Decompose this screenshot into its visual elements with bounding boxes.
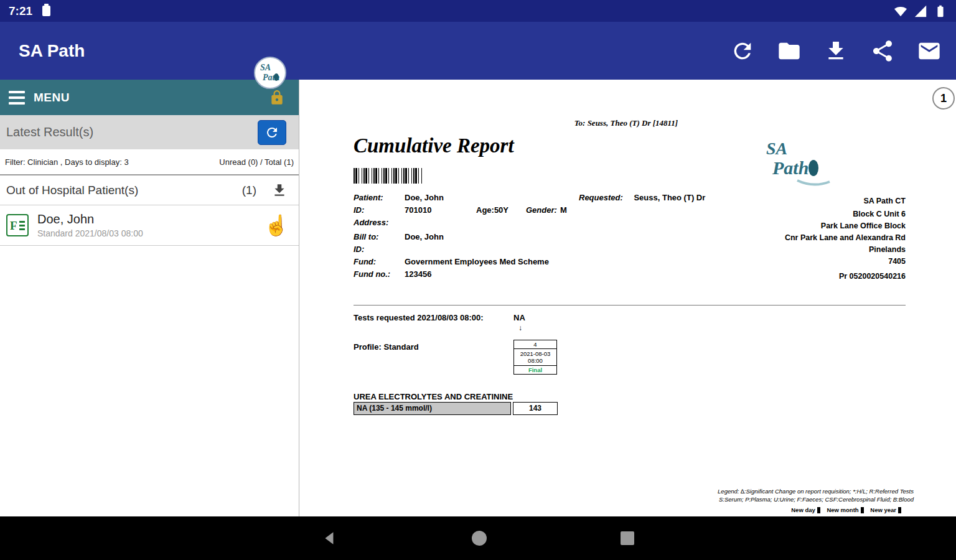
svg-text:SA: SA <box>766 139 787 158</box>
sample-date: 2021-08-03 <box>514 350 556 357</box>
cell-signal-icon <box>914 4 927 18</box>
lab-address-line: Cnr Park Lane and Alexandra Rd <box>729 232 906 244</box>
patient-name-value: Doe, John <box>405 193 444 202</box>
profile-label: Profile: Standard <box>354 342 419 352</box>
patient-label: Patient: <box>354 193 405 202</box>
tests-requested-line: Tests requested 2021/08/03 08:00: NA <box>354 313 615 322</box>
lab-pr-number: Pr 0520020540216 <box>729 271 906 282</box>
bill-to-label: Bill to: <box>354 232 405 241</box>
status-clipboard-icon <box>42 6 50 16</box>
sample-status: Final <box>513 365 557 375</box>
requested-line: Requested: Seuss, Theo (T) Dr <box>579 193 705 202</box>
result-value-cell: 143 <box>513 402 558 415</box>
download-results-icon[interactable] <box>271 182 288 198</box>
sample-time: 08:00 <box>514 357 556 364</box>
tests-requested-value: NA <box>513 313 525 322</box>
address-label: Address: <box>354 218 405 227</box>
patient-file-icon: F <box>6 214 29 236</box>
folder-button[interactable] <box>776 38 802 64</box>
app-bar: SA Path SA Path <box>0 22 956 80</box>
column-arrow-icon: ↓ <box>518 324 522 332</box>
filter-text: Filter: Clinician , Days to display: 3 <box>5 157 129 167</box>
android-nav-bar <box>0 516 956 560</box>
app-title: SA Path <box>19 41 85 61</box>
sidebar: MENU Latest Result(s) Filter: Clinician … <box>0 80 299 516</box>
fund-value: Government Employees Med Scheme <box>405 257 549 266</box>
barcode <box>354 168 423 184</box>
battery-icon <box>934 4 947 18</box>
latest-results-header: Latest Result(s) <box>0 115 299 149</box>
sa-path-report-logo: SA Path <box>761 136 836 191</box>
requested-value: Seuss, Theo (T) Dr <box>634 193 705 202</box>
id-label: ID: <box>354 205 405 215</box>
patient-file-letter: F <box>10 220 17 231</box>
lab-address-line: 7405 <box>729 256 906 268</box>
lab-name: SA Path CT <box>729 195 906 207</box>
sa-path-logo: SA Path <box>254 57 286 89</box>
download-button[interactable] <box>823 38 849 64</box>
lab-address-line: Park Lane Office Block <box>729 220 906 232</box>
out-of-hospital-count: (1) <box>242 184 256 197</box>
gender-value: M <box>560 205 567 215</box>
report-title: Cumulative Report <box>354 134 514 157</box>
divider <box>0 245 299 246</box>
fund-no-label: Fund no.: <box>354 269 405 279</box>
marker-new-year: New year <box>870 506 896 513</box>
svg-text:Path: Path <box>772 157 808 178</box>
fund-label: Fund: <box>354 257 405 266</box>
file-grid-icon <box>19 221 25 230</box>
bill-to-value: Doe, John <box>405 232 444 241</box>
requested-label: Requested: <box>579 193 623 202</box>
legend-line-2: S:Serum; P:Plasma; U:Urine; F:Faeces; CS… <box>718 495 914 503</box>
marker-bar-icon <box>861 507 864 513</box>
sample-number: 4 <box>513 340 557 349</box>
page-number-badge: 1 <box>932 87 955 110</box>
sample-datetime: 2021-08-03 08:00 <box>513 348 557 366</box>
age-value: Age:50Y <box>476 205 526 215</box>
lab-address-line: Pinelands <box>729 244 906 256</box>
patient-list-item[interactable]: F Doe, John Standard 2021/08/03 08:00 ☝ <box>0 205 299 245</box>
wifi-icon <box>894 4 907 18</box>
report-viewer[interactable]: 1 To: Seuss, Theo (T) Dr [14811] Cumulat… <box>299 80 956 516</box>
email-button[interactable] <box>916 38 942 64</box>
gender-label: Gender: <box>526 205 560 215</box>
legend-markers: New day New month New year <box>791 506 906 513</box>
content-area: MENU Latest Result(s) Filter: Clinician … <box>0 80 956 516</box>
result-test-cell: NA (135 - 145 mmol/l) <box>354 402 511 415</box>
tap-hand-icon: ☝ <box>264 215 289 235</box>
share-button[interactable] <box>869 38 896 64</box>
latest-results-label: Latest Result(s) <box>6 125 93 139</box>
patient-detail: Standard 2021/08/03 08:00 <box>37 228 143 238</box>
hamburger-menu-icon[interactable] <box>9 91 25 105</box>
lab-address-block: SA Path CT Block C Unit 6 Park Lane Offi… <box>729 195 906 282</box>
patient-name: Doe, John <box>37 212 143 226</box>
divider <box>354 305 906 306</box>
patient-info-block: Patient: Doe, John ID: 701010 Age:50Y Ge… <box>354 193 602 282</box>
back-button[interactable] <box>322 530 338 546</box>
app-bar-actions <box>729 22 942 80</box>
section-heading: UREA ELECTROLYTES AND CREATININE <box>354 392 513 401</box>
out-of-hospital-header[interactable]: Out of Hospital Patient(s) (1) <box>0 175 299 205</box>
menu-label[interactable]: MENU <box>34 91 70 105</box>
filter-row: Filter: Clinician , Days to display: 3 U… <box>0 149 299 174</box>
tests-requested-label: Tests requested 2021/08/03 08:00: <box>354 313 484 322</box>
refresh-button[interactable] <box>729 38 756 64</box>
marker-bar-icon <box>817 507 820 513</box>
status-bar: 7:21 <box>0 0 956 22</box>
legend: Legend: ∆:Significant Change on report r… <box>718 487 914 503</box>
home-button[interactable] <box>472 531 487 546</box>
report-addressee: To: Seuss, Theo (T) Dr [14811] <box>505 118 747 128</box>
screen: 7:21 SA Path SA Path <box>0 0 956 560</box>
lock-icon[interactable] <box>269 90 285 106</box>
fund-no-value: 123456 <box>405 269 431 279</box>
out-of-hospital-label: Out of Hospital Patient(s) <box>6 184 138 197</box>
marker-new-day: New day <box>791 506 815 513</box>
marker-bar-icon <box>898 507 901 513</box>
lab-address-line: Block C Unit 6 <box>729 208 906 220</box>
refresh-results-button[interactable] <box>258 120 286 145</box>
svg-text:SA: SA <box>260 63 271 72</box>
patient-text: Doe, John Standard 2021/08/03 08:00 <box>37 212 143 238</box>
id2-label: ID: <box>354 245 405 254</box>
legend-line-1: Legend: ∆:Significant Change on report r… <box>718 487 914 495</box>
recents-button[interactable] <box>621 531 634 545</box>
